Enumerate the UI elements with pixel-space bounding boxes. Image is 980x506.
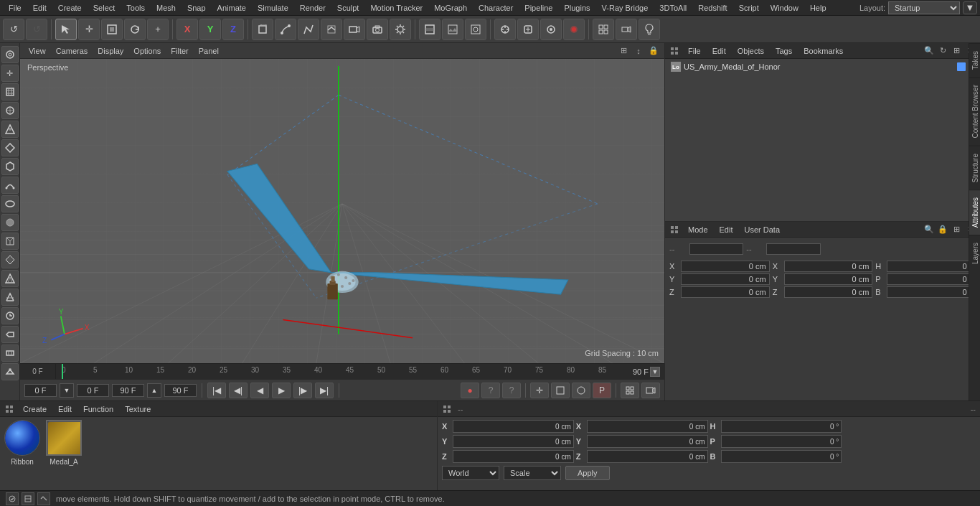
obj-menu-bookmarks[interactable]: Bookmarks: [801, 45, 846, 57]
x-pos-coord[interactable]: [453, 420, 574, 433]
status-icon-2[interactable]: [22, 492, 34, 505]
menu-create[interactable]: Create: [52, 2, 88, 14]
menu-help[interactable]: Help: [804, 2, 832, 14]
z-size-input[interactable]: [784, 286, 873, 298]
play-reverse-button[interactable]: ◀: [250, 383, 269, 398]
scale-pb-button[interactable]: [551, 383, 570, 398]
menu-file[interactable]: File: [3, 2, 27, 14]
record-button[interactable]: [616, 19, 637, 40]
record-keys-button[interactable]: ●: [461, 383, 479, 398]
tab-takes[interactable]: Takes: [969, 43, 980, 77]
attr-menu-mode[interactable]: Mode: [685, 224, 711, 235]
menu-render[interactable]: Render: [294, 2, 331, 14]
obj-menu-file[interactable]: File: [685, 45, 704, 57]
menu-plugins[interactable]: Plugins: [558, 2, 595, 14]
timeline-cursor[interactable]: [62, 364, 63, 380]
tab-structure[interactable]: Structure: [969, 146, 980, 190]
play-button[interactable]: ▶: [272, 383, 291, 398]
obj-search-icon[interactable]: 🔍: [923, 45, 935, 57]
side-tool-13[interactable]: [1, 289, 19, 306]
status-icon-3[interactable]: [37, 492, 50, 505]
vp-menu-options[interactable]: Options: [129, 45, 165, 57]
current-frame-input[interactable]: [24, 384, 57, 397]
menu-redshift[interactable]: Redshift: [692, 2, 732, 14]
grid-button[interactable]: [593, 19, 614, 40]
mat-menu-create[interactable]: Create: [20, 403, 50, 415]
side-tool-11[interactable]: [1, 251, 19, 268]
side-tool-1[interactable]: ✛: [1, 65, 19, 82]
end-frame-input-2[interactable]: [164, 384, 197, 397]
p-rot-input[interactable]: [887, 273, 976, 285]
redo-button[interactable]: ↺: [26, 19, 47, 40]
frame-step-down[interactable]: ▼: [60, 383, 74, 398]
menu-vray[interactable]: V-Ray Bridge: [596, 2, 654, 14]
menu-snap[interactable]: Snap: [182, 2, 212, 14]
viewport-canvas[interactable]: Perspective: [20, 59, 664, 363]
layout-select[interactable]: Startup: [888, 1, 960, 14]
tab-content-browser[interactable]: Content Browser: [969, 77, 980, 145]
menu-character[interactable]: Character: [473, 2, 519, 14]
menu-mesh[interactable]: Mesh: [151, 2, 182, 14]
attr-menu-edit[interactable]: Edit: [717, 224, 736, 235]
snap-rotate-button[interactable]: [517, 19, 539, 40]
cursor-tool-button[interactable]: +: [147, 19, 169, 40]
side-tool-12[interactable]: [1, 270, 19, 287]
deform-button[interactable]: [321, 19, 342, 40]
layout-arrow[interactable]: ▼: [963, 1, 977, 14]
x-size-input[interactable]: [784, 261, 873, 272]
vp-menu-cameras[interactable]: Cameras: [52, 45, 93, 57]
move-tool-button[interactable]: ✛: [78, 19, 100, 40]
snap-scale-button[interactable]: [540, 19, 562, 40]
status-icon-1[interactable]: [6, 492, 19, 505]
select-tool-button[interactable]: [55, 19, 77, 40]
camera-mode-button[interactable]: [344, 19, 365, 40]
attr-size2[interactable]: [766, 243, 820, 255]
attr-lock-icon[interactable]: 🔒: [937, 224, 948, 235]
timeline-track[interactable]: 0 5 10 15 20 25 30 35 40 45 50 55 60 65 …: [56, 364, 628, 380]
scale-tool-button[interactable]: [101, 19, 123, 40]
y-pos-coord[interactable]: [453, 435, 574, 448]
x-pos-input[interactable]: [681, 261, 770, 272]
attr-size1[interactable]: [689, 243, 743, 255]
picture-viewer-button[interactable]: [442, 19, 463, 40]
attr-menu-userdata[interactable]: User Data: [742, 224, 783, 235]
menu-animate[interactable]: Animate: [212, 2, 252, 14]
tab-attributes[interactable]: Attributes: [969, 189, 980, 235]
side-tool-7[interactable]: [1, 177, 19, 194]
menu-3dtoall[interactable]: 3DToAll: [654, 2, 692, 14]
render-view-button[interactable]: [419, 19, 440, 40]
y-size-input[interactable]: [784, 273, 873, 285]
menu-motion-tracker[interactable]: Motion Tracker: [364, 2, 428, 14]
mode-pb-button[interactable]: [572, 383, 590, 398]
scale-dropdown[interactable]: Scale: [504, 466, 561, 480]
side-tool-14[interactable]: [1, 307, 19, 324]
side-tool-17[interactable]: [1, 363, 19, 380]
mat-menu-function[interactable]: Function: [80, 403, 116, 415]
side-tool-10[interactable]: [1, 233, 19, 250]
z-pos-input[interactable]: [681, 286, 770, 298]
x-axis-button[interactable]: X: [176, 19, 198, 40]
object-row-medal[interactable]: Lo US_Army_Medal_of_Honor: [665, 59, 980, 75]
obj-menu-edit[interactable]: Edit: [710, 45, 729, 57]
vp-icon-expand[interactable]: ⊞: [617, 44, 630, 57]
undo-button[interactable]: ↺: [3, 19, 24, 40]
vp-menu-panel[interactable]: Panel: [194, 45, 223, 57]
menu-tools[interactable]: Tools: [121, 2, 151, 14]
side-tool-4[interactable]: [1, 121, 19, 138]
render-settings-button[interactable]: [465, 19, 486, 40]
z-size-coord[interactable]: [587, 450, 708, 463]
side-tool-15[interactable]: [1, 326, 19, 343]
spline-button[interactable]: [275, 19, 296, 40]
p-rot-coord[interactable]: [721, 435, 842, 448]
mat-menu-edit[interactable]: Edit: [55, 403, 75, 415]
go-to-end-button[interactable]: ▶|: [315, 383, 334, 398]
frame-step-up[interactable]: ▲: [147, 383, 161, 398]
apply-button[interactable]: Apply: [565, 466, 610, 480]
side-tool-5[interactable]: [1, 139, 19, 156]
vp-menu-display[interactable]: Display: [93, 45, 128, 57]
world-dropdown[interactable]: World: [442, 466, 499, 480]
tab-layers[interactable]: Layers: [969, 235, 980, 271]
obj-refresh-icon[interactable]: ↻: [937, 45, 948, 57]
obj-expand-icon[interactable]: ⊞: [951, 45, 962, 57]
side-tool-16[interactable]: [1, 345, 19, 362]
